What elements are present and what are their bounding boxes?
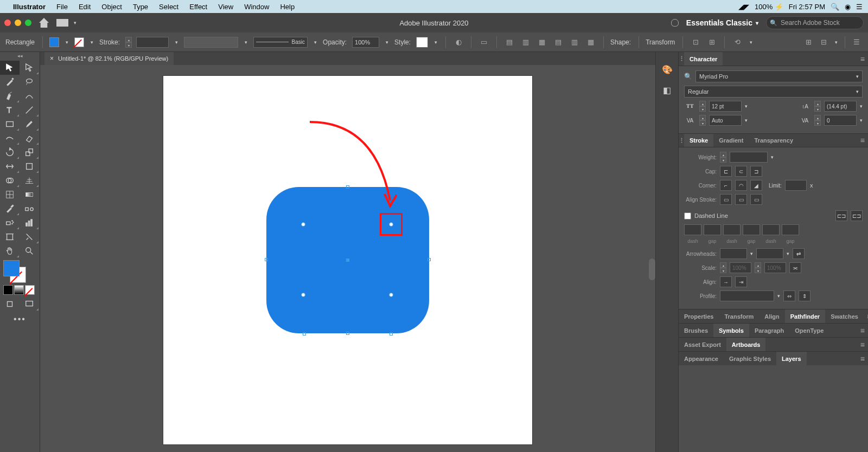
menu-type[interactable]: Type: [133, 3, 148, 11]
document-tab[interactable]: × Untitled-1* @ 82.1% (RGB/GPU Preview): [44, 52, 174, 65]
font-style-select[interactable]: Regular▾: [684, 86, 863, 98]
corner-widget-br[interactable]: [389, 293, 393, 297]
anchor-left[interactable]: [265, 258, 268, 261]
fill-stroke-indicator[interactable]: [3, 260, 26, 283]
select-similar-dropdown[interactable]: [748, 39, 754, 46]
perspective-grid-tool[interactable]: [20, 173, 39, 188]
stroke-weight-input[interactable]: [136, 37, 169, 48]
limit-input[interactable]: [785, 180, 807, 191]
align-hcenter-icon[interactable]: ▥: [520, 36, 532, 48]
kerning-input[interactable]: Auto: [709, 115, 742, 126]
gradient-tool[interactable]: [20, 188, 39, 202]
center-point[interactable]: [346, 259, 349, 262]
width-tool[interactable]: [0, 159, 20, 173]
weight-spinner[interactable]: ▴▾: [720, 152, 726, 163]
arrow-align-tip[interactable]: →: [720, 276, 732, 287]
transform-button-label[interactable]: Transform: [646, 38, 675, 46]
menu-file[interactable]: File: [56, 3, 68, 11]
align-left-icon[interactable]: ▤: [503, 36, 515, 48]
vwp-dropdown[interactable]: [242, 39, 249, 46]
arrange-documents[interactable]: [56, 19, 68, 27]
flip-along-icon[interactable]: ⇔: [783, 290, 795, 301]
cap-round[interactable]: ⊂: [735, 166, 747, 177]
rectangle-tool[interactable]: [0, 117, 20, 131]
stroke-color-swatch[interactable]: [74, 37, 84, 47]
arrow-scale-end[interactable]: 100%: [764, 262, 786, 273]
arrange-dropdown[interactable]: [72, 20, 78, 26]
corner-widget-bl[interactable]: [301, 293, 305, 297]
mesh-tool[interactable]: [0, 188, 20, 202]
tab-graphic-styles[interactable]: Graphic Styles: [724, 352, 776, 365]
align-to-pixel-icon[interactable]: ▭: [478, 36, 490, 48]
tracking-spinner[interactable]: ▴▾: [814, 115, 821, 126]
arrowhead-end[interactable]: [756, 248, 783, 259]
tab-paragraph[interactable]: Paragraph: [749, 324, 789, 337]
gap-input-2[interactable]: [743, 224, 760, 235]
menu-view[interactable]: View: [218, 3, 233, 11]
corner-widget-tl[interactable]: [301, 222, 305, 227]
tab-swatches[interactable]: Swatches: [825, 309, 864, 323]
stroke-panel-menu[interactable]: ≡: [857, 134, 868, 147]
foreground-fill[interactable]: [3, 260, 20, 276]
color-mode-solid[interactable]: [3, 285, 13, 295]
options-icon-1[interactable]: ⊞: [802, 36, 814, 48]
eraser-tool[interactable]: [20, 131, 39, 145]
edit-toolbar[interactable]: •••: [0, 311, 40, 327]
toolbox-collapse[interactable]: ◂◂: [0, 53, 40, 61]
character-panel-menu[interactable]: ≡: [857, 52, 868, 66]
screen-mode[interactable]: [20, 297, 39, 311]
arrow-align-end[interactable]: ⇥: [735, 276, 747, 287]
slice-tool[interactable]: [20, 230, 39, 244]
shaper-tool[interactable]: [0, 131, 20, 145]
arrow-scale-spinner1[interactable]: ▴▾: [720, 262, 726, 273]
cap-projecting[interactable]: ⊐: [750, 166, 762, 177]
panel-grip[interactable]: ⋮: [679, 52, 684, 66]
vertical-scrollbar[interactable]: [649, 259, 655, 280]
tab-artboards[interactable]: Artboards: [726, 338, 766, 351]
symbol-sprayer-tool[interactable]: [0, 216, 20, 230]
fill-dropdown[interactable]: [63, 39, 70, 46]
pen-tool[interactable]: [0, 89, 20, 103]
brush-definition[interactable]: Basic: [253, 37, 308, 48]
anchor-br[interactable]: [390, 332, 393, 335]
tab-transform[interactable]: Transform: [719, 309, 759, 323]
discover-icon[interactable]: [671, 19, 679, 27]
align-stroke-inside[interactable]: ▭: [735, 194, 747, 205]
scale-tool[interactable]: [20, 145, 39, 159]
stroke-dropdown[interactable]: [88, 39, 95, 46]
align-stroke-outside[interactable]: ▭: [750, 194, 762, 205]
dashed-line-checkbox[interactable]: [684, 212, 691, 219]
options-icon-2[interactable]: ⊟: [818, 36, 829, 48]
menu-select[interactable]: Select: [159, 3, 178, 11]
opacity-input[interactable]: 100%: [352, 37, 379, 48]
menu-edit[interactable]: Edit: [79, 3, 91, 11]
dash-input-1[interactable]: [684, 224, 701, 235]
type-tool[interactable]: T: [0, 103, 20, 117]
menu-help[interactable]: Help: [280, 3, 295, 11]
libraries-panel-icon[interactable]: ◧: [661, 83, 674, 96]
corner-bevel[interactable]: ◢: [750, 180, 762, 191]
minimize-window[interactable]: [15, 20, 21, 26]
gap-input-1[interactable]: [704, 224, 721, 235]
anchor-bottom[interactable]: [346, 332, 349, 335]
weight-input[interactable]: [730, 152, 768, 163]
rotate-tool[interactable]: [0, 145, 20, 159]
drawing-mode-normal[interactable]: [0, 297, 20, 311]
maximize-window[interactable]: [25, 20, 31, 26]
row1-menu[interactable]: ≡: [864, 309, 868, 323]
workspace-selector[interactable]: Essentials Classic ▾: [686, 18, 758, 27]
font-family-select[interactable]: Myriad Pro▾: [695, 70, 863, 82]
graphic-style-swatch[interactable]: [416, 37, 428, 48]
flip-across-icon[interactable]: ⇕: [799, 290, 810, 301]
close-window[interactable]: [4, 20, 11, 26]
menu-window[interactable]: Window: [244, 3, 269, 11]
crop-icon[interactable]: ⊞: [706, 36, 718, 48]
zoom-tool[interactable]: [20, 244, 39, 258]
dash-preserve-icon[interactable]: ⊏⊐: [835, 210, 847, 221]
panel-grip[interactable]: ⋮: [679, 134, 684, 147]
free-transform-tool[interactable]: [20, 159, 39, 173]
tab-opentype[interactable]: OpenType: [789, 324, 829, 337]
align-top-icon[interactable]: ▤: [552, 36, 564, 48]
spotlight-icon[interactable]: 🔍: [831, 3, 839, 11]
color-panel-icon[interactable]: 🎨: [661, 63, 674, 76]
